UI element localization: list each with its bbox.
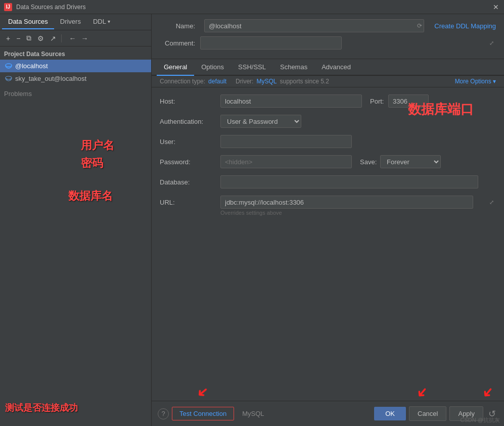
app-icon-label: IJ <box>6 4 10 10</box>
add-button[interactable]: + <box>4 33 12 43</box>
auth-label: Authentication: <box>160 118 220 125</box>
window-controls: ✕ <box>492 3 500 11</box>
user-row: User: <box>160 135 496 148</box>
auth-row: Authentication: User & Password No auth … <box>160 115 496 128</box>
title-bar: IJ Data Sources and Drivers ✕ <box>0 0 504 14</box>
forward-button[interactable]: → <box>79 33 90 43</box>
password-row: Password: Save: Forever For session Neve… <box>160 155 496 168</box>
tab-ssh-ssl[interactable]: SSH/SSL <box>231 59 273 76</box>
save-select[interactable]: Forever For session Never <box>380 155 441 168</box>
url-input-row: URL: ⤢ <box>160 196 496 209</box>
name-reload-icon[interactable]: ⟳ <box>417 22 422 29</box>
database-row: Database: <box>160 175 496 188</box>
database-label: Database: <box>160 178 220 186</box>
comment-label: Comment: <box>160 39 200 47</box>
svg-point-0 <box>6 64 12 67</box>
url-label: URL: <box>160 199 220 206</box>
driver-value[interactable]: MySQL <box>256 78 277 85</box>
tab-general[interactable]: General <box>157 59 194 76</box>
comment-row: Comment: ⤢ <box>160 36 496 50</box>
port-label: Port: <box>370 98 388 105</box>
problems-section: Problems <box>0 85 151 103</box>
auth-select[interactable]: User & Password No auth SSH tunnel <box>220 115 301 128</box>
url-expand-icon[interactable]: ⤢ <box>489 199 494 206</box>
help-button[interactable]: ? <box>158 408 169 419</box>
create-ddl-link[interactable]: Create DDL Mapping <box>434 22 496 30</box>
url-input[interactable] <box>220 196 473 209</box>
problems-label: Problems <box>4 90 32 98</box>
url-row: URL: ⤢ Overrides settings above <box>160 196 496 216</box>
driver-suffix: supports since 5.2 <box>280 78 329 85</box>
tab-ddl[interactable]: DDL ▾ <box>87 15 116 29</box>
save-label: Save: <box>360 158 380 166</box>
project-data-sources-header: Project Data Sources <box>0 46 151 60</box>
tab-options[interactable]: Options <box>194 59 231 76</box>
datasource-label-sky: sky_take_out@localhost <box>15 75 86 82</box>
form-content-wrap: Host: Port: 数据库端口 Authentication: User &… <box>152 87 504 401</box>
conn-type-label: Connection type: <box>160 78 205 85</box>
annotation-password: 密码 <box>81 156 103 171</box>
toolbar-nav: ← → <box>67 33 90 43</box>
comment-input[interactable] <box>200 36 342 50</box>
url-wrap: ⤢ <box>220 196 496 209</box>
main-layout: Data Sources Drivers DDL ▾ + − ⧉ ⚙ ↗ ← →… <box>0 14 504 426</box>
form-top: Name: ⟳ Create DDL Mapping Comment: ⤢ <box>152 14 504 59</box>
tab-schemas[interactable]: Schemas <box>273 59 314 76</box>
datasource-label-localhost: @localhost <box>15 62 48 70</box>
user-label: User: <box>160 138 220 146</box>
remove-button[interactable]: − <box>14 33 22 43</box>
form-content: Host: Port: 数据库端口 Authentication: User &… <box>152 87 504 401</box>
ok-button[interactable]: OK <box>374 407 406 420</box>
datasource-item-localhost[interactable]: @localhost <box>0 60 151 72</box>
tab-data-sources[interactable]: Data Sources <box>2 15 54 29</box>
mysql-tab-button[interactable]: MySQL <box>237 407 269 420</box>
ddl-chevron-icon: ▾ <box>108 19 110 24</box>
name-input[interactable] <box>204 19 424 32</box>
window-title: Data Sources and Drivers <box>16 4 492 11</box>
driver-label: Driver: <box>236 78 253 85</box>
datasource-item-sky-take-out[interactable]: sky_take_out@localhost <box>0 72 151 85</box>
comment-expand-icon[interactable]: ⤢ <box>489 40 494 46</box>
left-tab-bar: Data Sources Drivers DDL ▾ <box>0 14 151 30</box>
toolbar-separator <box>61 34 62 42</box>
left-toolbar: + − ⧉ ⚙ ↗ ← → <box>0 30 151 46</box>
watermark: CSDN @抗抗灰 <box>461 416 500 424</box>
svg-point-1 <box>6 76 12 79</box>
test-connection-button[interactable]: Test Connection <box>172 407 234 420</box>
annotation-dbname: 数据库名 <box>68 188 113 204</box>
datasource-icon-localhost <box>5 63 12 70</box>
bottom-bar: ? Test Connection MySQL OK Cancel Apply … <box>152 401 504 426</box>
close-button[interactable]: ✕ <box>492 3 500 11</box>
annotation-test-hint: 测试是否连接成功 <box>5 402 78 414</box>
conn-type-value[interactable]: default <box>208 78 226 85</box>
tab-advanced[interactable]: Advanced <box>314 59 358 76</box>
name-input-wrap: ⟳ <box>204 19 424 32</box>
name-row: Name: ⟳ Create DDL Mapping <box>160 19 496 32</box>
export-button[interactable]: ↗ <box>48 33 58 43</box>
left-panel: Data Sources Drivers DDL ▾ + − ⧉ ⚙ ↗ ← →… <box>0 14 152 426</box>
password-input[interactable] <box>220 155 352 168</box>
back-button[interactable]: ← <box>67 33 78 43</box>
database-input[interactable] <box>220 175 478 188</box>
host-port-row: Host: Port: 数据库端口 <box>160 94 496 108</box>
password-label: Password: <box>160 158 220 166</box>
app-icon: IJ <box>4 3 12 11</box>
bottom-left: ? Test Connection MySQL <box>158 407 269 420</box>
settings-button[interactable]: ⚙ <box>35 33 46 43</box>
host-input[interactable] <box>220 94 362 108</box>
more-options-link[interactable]: More Options ▾ <box>455 78 496 85</box>
right-panel: Name: ⟳ Create DDL Mapping Comment: ⤢ Ge… <box>152 14 504 426</box>
user-input[interactable] <box>220 135 352 148</box>
tab-drivers[interactable]: Drivers <box>54 15 87 29</box>
port-input[interactable] <box>388 94 429 108</box>
annotation-username: 用户名 <box>81 138 114 153</box>
name-label: Name: <box>160 22 200 30</box>
url-hint: Overrides settings above <box>160 210 496 216</box>
detail-tabs: General Options SSH/SSL Schemas Advanced <box>152 59 504 76</box>
copy-button[interactable]: ⧉ <box>24 33 33 43</box>
conn-info-bar: Connection type: default Driver: MySQL s… <box>152 76 504 87</box>
cancel-button[interactable]: Cancel <box>409 406 446 421</box>
datasource-icon-sky <box>5 75 12 82</box>
host-label: Host: <box>160 98 220 105</box>
